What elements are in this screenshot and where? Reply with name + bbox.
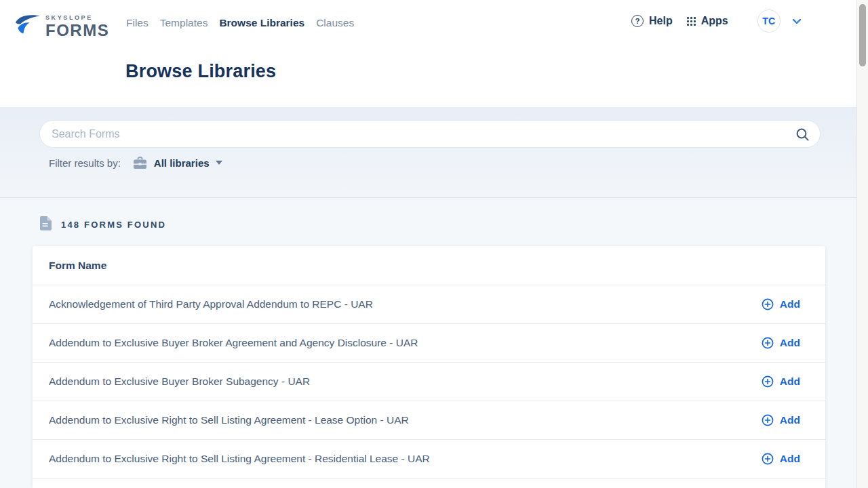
apps-grid-icon [687,17,696,26]
main-navigation: Files Templates Browse Libraries Clauses [126,17,354,29]
document-icon [40,216,52,233]
table-row[interactable]: Addendum to Exclusive Buyer Broker Subag… [33,362,825,401]
search-input[interactable] [40,121,820,147]
page-title: Browse Libraries [125,61,276,82]
help-question-icon: ? [631,15,644,27]
skyslope-forms-logo[interactable]: SKYSLOPE FORMS [15,14,109,39]
nav-item-browse-libraries[interactable]: Browse Libraries [219,17,304,29]
search-filter-section: Filter results by: All libraries [0,107,868,198]
forms-found-status: 148 FORMS FOUND [40,216,166,233]
plus-circle-icon [762,337,774,349]
forms-found-count: 148 FORMS FOUND [61,220,166,230]
add-button-label: Add [780,453,800,465]
table-header-form-name: Form Name [33,246,825,285]
top-header: SKYSLOPE FORMS Files Templates Browse Li… [0,0,868,107]
brand-text: SKYSLOPE FORMS [45,15,109,39]
account-menu-button[interactable] [792,18,802,24]
add-button-label: Add [780,414,800,426]
add-form-button[interactable]: Add [762,298,800,310]
brand-skyslope-label: SKYSLOPE [45,15,109,21]
table-row[interactable]: Acknowledgement of Third Party Approval … [33,285,825,323]
chevron-down-icon [792,18,802,24]
caret-down-icon [216,161,222,165]
filter-label: Filter results by: [49,157,121,169]
add-button-label: Add [780,298,800,310]
apps-button[interactable]: Apps [687,15,728,27]
plus-circle-icon [762,375,774,388]
form-name: Addendum to Exclusive Right to Sell List… [49,453,430,465]
briefcase-icon [133,157,147,169]
add-button-label: Add [780,375,800,388]
search-icon[interactable] [795,127,810,144]
table-row[interactable]: Addendum to Exclusive Right to Sell List… [33,439,825,478]
form-name: Addendum to Exclusive Buyer Broker Agree… [49,337,418,349]
form-name: Addendum to Exclusive Buyer Broker Subag… [49,375,310,388]
nav-item-templates[interactable]: Templates [160,17,208,29]
add-form-button[interactable]: Add [762,375,800,388]
user-avatar[interactable]: TC [757,9,781,33]
scrollbar-thumb[interactable] [859,4,866,66]
skyslope-swoosh-icon [15,14,41,37]
table-row-partial[interactable] [33,478,825,488]
header-actions: ? Help Apps TC [631,9,802,33]
plus-circle-icon [762,414,774,426]
nav-item-clauses[interactable]: Clauses [316,17,354,29]
vertical-scrollbar[interactable] [856,0,868,488]
results-section: 148 FORMS FOUND Form Name Acknowledgemen… [0,198,868,488]
search-bar [39,120,821,148]
brand-forms-label: FORMS [45,22,109,39]
nav-item-files[interactable]: Files [126,17,149,29]
add-form-button[interactable]: Add [762,453,800,465]
form-name: Acknowledgement of Third Party Approval … [49,298,373,310]
filter-row: Filter results by: All libraries [49,155,222,170]
help-label: Help [649,15,673,27]
forms-table: Form Name Acknowledgement of Third Party… [33,246,825,488]
add-form-button[interactable]: Add [762,337,800,349]
help-button[interactable]: ? Help [631,15,673,27]
add-button-label: Add [780,337,800,349]
apps-label: Apps [701,15,728,27]
table-row[interactable]: Addendum to Exclusive Right to Sell List… [33,401,825,439]
filter-selected-value: All libraries [154,157,210,169]
table-row[interactable]: Addendum to Exclusive Buyer Broker Agree… [33,323,825,362]
form-name: Addendum to Exclusive Right to Sell List… [49,414,409,426]
plus-circle-icon [762,298,774,310]
plus-circle-icon [762,453,774,465]
library-filter-dropdown[interactable]: All libraries [154,157,222,169]
add-form-button[interactable]: Add [762,414,800,426]
